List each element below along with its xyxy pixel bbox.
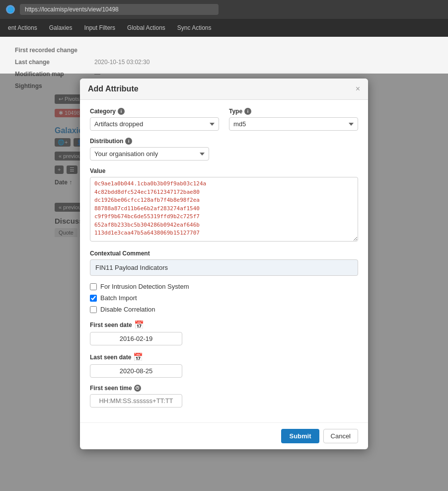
first-seen-time-info-icon[interactable]: ⏱ xyxy=(134,385,141,392)
batch-import-checkbox[interactable] xyxy=(90,295,97,302)
distribution-group: Distribution i Your organisation only Th… xyxy=(90,138,358,161)
modal-header: Add Attribute × xyxy=(80,79,368,100)
last-change-label: Last change xyxy=(15,59,84,66)
ids-checkbox[interactable] xyxy=(90,283,97,290)
ids-label: For Intrusion Detection System xyxy=(100,283,189,290)
nav-item-sync-actions[interactable]: Sync Actions xyxy=(177,24,212,31)
first-seen-time-group: First seen time ⏱ xyxy=(90,385,358,408)
category-info-icon[interactable]: i xyxy=(118,108,125,115)
type-info-icon[interactable]: i xyxy=(244,108,251,115)
distribution-select[interactable]: Your organisation only This community on… xyxy=(90,147,209,161)
add-attribute-modal: Add Attribute × Category i Artifacts dro… xyxy=(80,79,368,449)
nav-bar: ent Actions Galaxies Input Filters Globa… xyxy=(0,19,448,37)
modal-close-button[interactable]: × xyxy=(356,85,360,93)
batch-import-label: Batch Import xyxy=(100,294,137,302)
first-seen-date-input[interactable] xyxy=(90,332,182,345)
modal-footer: Submit Cancel xyxy=(80,422,368,449)
first-recorded-label: First recorded change xyxy=(15,47,84,54)
last-seen-date-calendar-icon[interactable]: 📅 xyxy=(133,352,143,362)
modal-title: Add Attribute xyxy=(88,84,139,93)
browser-bar: 🌐 https://localmisp/events/view/10498 xyxy=(0,0,448,19)
disable-correlation-checkbox[interactable] xyxy=(90,306,97,313)
nav-item-input-filters[interactable]: Input Filters xyxy=(84,24,115,31)
nav-item-galaxies[interactable]: Galaxies xyxy=(49,24,73,31)
contextual-comment-label: Contextual Comment xyxy=(90,250,358,257)
category-type-row: Category i Artifacts dropped External an… xyxy=(90,108,358,131)
nav-item-global-actions[interactable]: Global Actions xyxy=(127,24,165,31)
last-change-value: 2020-10-15 03:02:30 xyxy=(94,59,149,66)
browser-icon: 🌐 xyxy=(6,5,15,14)
distribution-label: Distribution i xyxy=(90,138,358,145)
submit-button[interactable]: Submit xyxy=(281,429,319,443)
nav-item-event-actions[interactable]: ent Actions xyxy=(8,24,37,31)
first-seen-time-input[interactable] xyxy=(90,394,182,408)
type-select[interactable]: md5 sha1 sha256 filename url xyxy=(229,117,358,131)
address-bar[interactable]: https://localmisp/events/view/10498 xyxy=(20,4,219,15)
contextual-comment-group: Contextual Comment xyxy=(90,250,358,276)
first-seen-date-label: First seen date 📅 xyxy=(90,320,358,329)
contextual-comment-input[interactable] xyxy=(90,259,358,276)
category-select[interactable]: Artifacts dropped External analysis Fina… xyxy=(90,117,219,131)
distribution-info-icon[interactable]: i xyxy=(125,138,132,145)
type-label: Type i xyxy=(229,108,358,115)
last-seen-date-input[interactable] xyxy=(90,364,182,378)
value-label: Value xyxy=(90,167,358,174)
disable-correlation-label: Disable Correlation xyxy=(100,306,155,313)
first-seen-date-calendar-icon[interactable]: 📅 xyxy=(134,320,144,329)
value-textarea[interactable]: 0c9ae1a0b044.1cba0b3b09f9ab03c124a 4c82b… xyxy=(90,177,358,242)
category-group: Category i Artifacts dropped External an… xyxy=(90,108,219,131)
first-seen-date-group: First seen date 📅 xyxy=(90,320,358,345)
batch-import-checkbox-row: Batch Import xyxy=(90,294,358,302)
modal-overlay: Add Attribute × Category i Artifacts dro… xyxy=(0,74,448,491)
last-seen-date-group: Last seen date 📅 xyxy=(90,352,358,378)
disable-correlation-checkbox-row: Disable Correlation xyxy=(90,306,358,313)
ids-checkbox-row: For Intrusion Detection System xyxy=(90,283,358,290)
type-group: Type i md5 sha1 sha256 filename url xyxy=(229,108,358,131)
first-seen-time-label: First seen time ⏱ xyxy=(90,385,358,392)
value-group: Value 0c9ae1a0b044.1cba0b3b09f9ab03c124a… xyxy=(90,167,358,243)
modal-body: Category i Artifacts dropped External an… xyxy=(80,100,368,422)
last-seen-date-label: Last seen date 📅 xyxy=(90,352,358,362)
page-content: First recorded change Last change 2020-1… xyxy=(0,37,448,491)
cancel-button[interactable]: Cancel xyxy=(323,429,358,443)
category-label: Category i xyxy=(90,108,219,115)
